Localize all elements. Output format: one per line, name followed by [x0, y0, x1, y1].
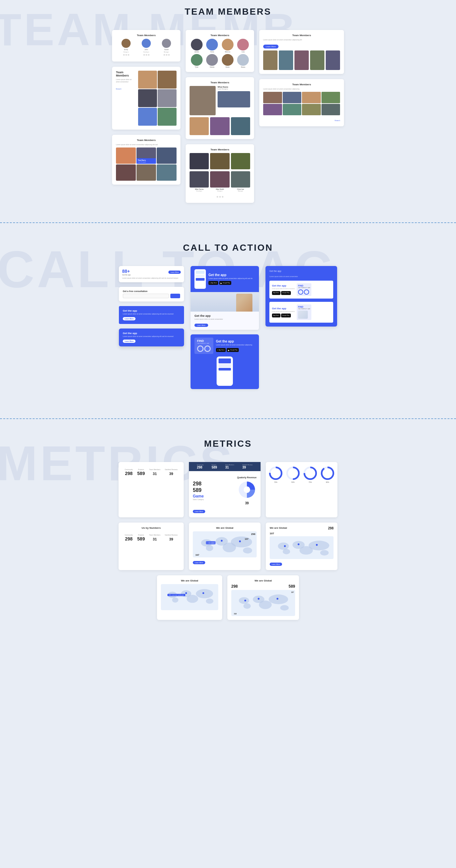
donut-label-4: 90%	[326, 481, 329, 483]
world-btn-3[interactable]: Learn More	[270, 563, 282, 566]
tc6-top-grid	[189, 153, 250, 169]
team-card-8: Team Members Lorem ipsum dolor sit amet …	[259, 79, 344, 126]
app-store-text-1: App Store	[211, 282, 217, 284]
metrics-section-title: METRICS	[20, 439, 436, 449]
mc2-val3: Game	[193, 494, 204, 498]
app-badges-row-1:  App Store ▶ Google Play	[209, 281, 255, 285]
donut-3: 75%	[303, 466, 317, 483]
sub-google-2[interactable]: Google Play	[281, 313, 291, 317]
dot-l-2	[185, 592, 187, 594]
map-stat-m2: 107	[291, 591, 294, 593]
world-highlight-text: 100+ users	[208, 542, 214, 544]
tc8-p4	[322, 92, 340, 103]
tc8-p2	[283, 92, 302, 103]
donut-svg-2	[286, 466, 300, 480]
sub-google-1[interactable]: Google Play	[281, 291, 291, 295]
app-store-badge-1[interactable]:  App Store	[209, 281, 218, 285]
tc6-photo-6	[231, 171, 250, 188]
tc6-role-6: Manager	[231, 190, 250, 192]
play-icon: ▶	[220, 282, 222, 284]
grid-photo-2	[210, 117, 229, 135]
photo-warm2	[116, 164, 136, 181]
metrics-card-2: Community 298 Projects 589 Team Members …	[189, 462, 261, 517]
tc6-photo-4	[189, 171, 209, 188]
tc2-avatar-2	[206, 39, 218, 51]
app-store-text-2: App Store	[218, 349, 224, 351]
cta-right-top-desc: Lorem ipsum dolor sit amet consectetur	[269, 275, 333, 277]
tc6-social-row	[189, 193, 250, 199]
cta-sub-card-2-text: Get the app Lorem ipsum dolor sit amet c…	[272, 307, 295, 318]
metric-team-label-1: Team Members	[149, 468, 160, 470]
divider-2	[0, 418, 456, 419]
mc2-val1: 298	[193, 481, 204, 487]
consultation-card: Get a free consultation	[119, 287, 184, 302]
google-play-badge-1[interactable]: ▶ Google Play	[219, 281, 231, 285]
global-mid-v2: 589	[288, 584, 295, 589]
find-title-sub-2: FIND	[298, 306, 310, 308]
google-play-badge-2[interactable]: ▶ Google Play	[227, 348, 239, 352]
sub-google-text-1: Google Play	[282, 292, 290, 294]
metric-team-value-1: 31	[153, 472, 157, 476]
tc2-member-4: Lisa	[236, 39, 250, 53]
metric-community-label-1: Community	[125, 468, 133, 470]
mh-projects: Projects 589	[212, 464, 217, 469]
feature-member: What Name Lead Designer	[189, 86, 250, 115]
world-stat-298: 298	[251, 533, 255, 535]
us-label-2: Projects	[137, 534, 145, 536]
cta-below-btn[interactable]: Learn More	[194, 321, 255, 327]
donut-4: 90%	[320, 466, 335, 483]
team-member-1: Emily Designer	[121, 39, 131, 56]
donut-label-3: 75%	[308, 481, 312, 483]
global-3-val2: 107	[270, 532, 334, 535]
team-card-7-btn[interactable]: Learn More	[263, 44, 278, 49]
search-input[interactable]	[123, 294, 169, 298]
team-col-left: Team Members Emily Designer	[112, 30, 180, 203]
photo-group-4	[310, 51, 325, 70]
find-box-sub-1: FIND THE PERFECT CAR	[297, 283, 311, 296]
us-label-3: Team Members	[149, 534, 160, 536]
sub-app-store-2[interactable]: App Store	[272, 313, 280, 317]
tc2-avatar-3	[222, 39, 234, 51]
tc2-member-1: James	[189, 39, 204, 53]
sub-app-text-1: App Store	[273, 292, 279, 294]
stats-btn[interactable]: Learn More	[169, 271, 181, 274]
metric-reviews-1: Satisfied Reviews 39	[165, 468, 178, 476]
tc2-member-3: Marcus	[220, 39, 235, 53]
tc6-member-3: Chris Lee Manager	[231, 171, 250, 192]
tc2-member-6: Nicole	[205, 54, 219, 68]
team-section-title: TEAM MEMBERS	[20, 6, 436, 17]
tc6-photo-5	[210, 171, 229, 188]
apple-icon-2: 	[217, 349, 218, 351]
metrics-card-global-mid: We are Global 298 589 318 107	[227, 575, 299, 620]
tc8-p3	[302, 92, 321, 103]
cta-get-app-btn-2[interactable]: Learn More	[123, 340, 135, 343]
sub-app-store-1[interactable]: App Store	[272, 291, 280, 295]
cta-get-app-btn-1[interactable]: Learn More	[123, 317, 135, 320]
mc2-label3: Sales Category	[193, 498, 204, 500]
metrics-card-us-numbers: Us by Numbers Community 298 Projects 589…	[119, 523, 184, 570]
cta-sub-title-1: Get the app	[272, 284, 295, 287]
we-global-label-2: We are Global	[193, 526, 257, 529]
mc2-btn[interactable]: Learn More	[193, 510, 205, 513]
tc8-link[interactable]: Know it	[335, 120, 340, 121]
cta-image-section	[190, 292, 259, 312]
tc3-link[interactable]: Know it	[116, 88, 121, 90]
search-btn[interactable]	[170, 294, 180, 298]
world-btn-2[interactable]: Learn More	[193, 561, 205, 564]
social-dot	[222, 196, 223, 198]
tc3-container: TeamMembers Lorem ipsum dolor sit amet c…	[116, 71, 177, 126]
cta-sub-text-1: Lorem ipsum dolor sit amet consectetur a…	[209, 277, 255, 280]
mh-team: Team Members 31	[225, 464, 234, 469]
donut-svg-3	[303, 466, 317, 480]
au-m	[280, 605, 288, 611]
grid-photo-1	[189, 117, 209, 135]
find-sub-sub-1: THE PERFECT CAR	[298, 287, 310, 288]
cta-below-btn-label[interactable]: Learn More	[194, 323, 208, 327]
cta-right-top-label: Get the app	[269, 270, 333, 272]
app-store-badge-2[interactable]:  App Store	[216, 348, 226, 352]
we-global-label-left: We are Global	[161, 579, 218, 582]
metric-community-value-1: 298	[125, 471, 132, 476]
dot-m-2	[257, 598, 260, 600]
tc2-member-8: Diana	[236, 54, 250, 68]
tc2-avatar-4	[237, 39, 249, 51]
